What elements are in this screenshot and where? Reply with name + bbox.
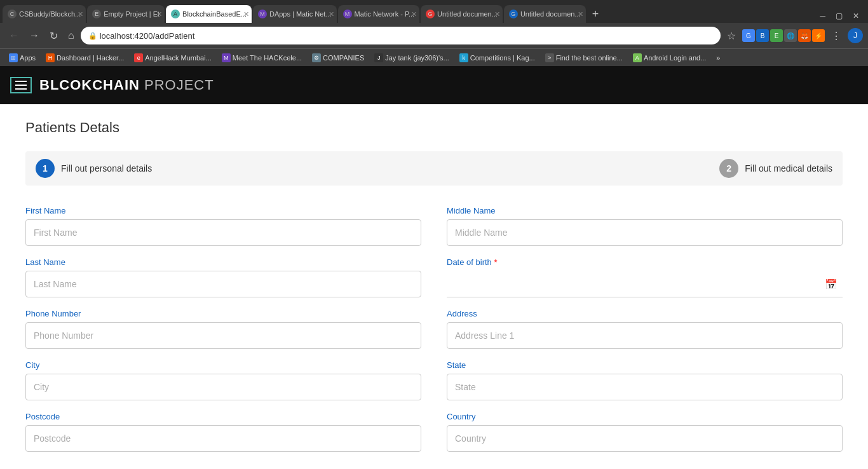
find-icon: > bbox=[545, 53, 554, 62]
tab-favicon: C bbox=[8, 10, 17, 18]
bookmark-companies[interactable]: ⚙ COMPANIES bbox=[308, 52, 368, 64]
form-left-col: First Name Last Name Phone Number City P… bbox=[25, 206, 421, 463]
address-text: localhost:4200/addPatient bbox=[100, 31, 195, 41]
state-input[interactable] bbox=[447, 374, 843, 400]
tab-close-icon[interactable]: ✕ bbox=[411, 10, 417, 18]
new-tab-button[interactable]: + bbox=[587, 5, 604, 23]
last-name-group: Last Name bbox=[25, 257, 421, 297]
postcode-input[interactable] bbox=[25, 425, 421, 452]
competitions-icon: k bbox=[459, 53, 468, 62]
bookmark-star-button[interactable]: ☆ bbox=[723, 27, 740, 44]
last-name-label: Last Name bbox=[25, 257, 421, 267]
tab-label: Untitled documen... bbox=[437, 10, 498, 18]
phone-number-input[interactable] bbox=[25, 322, 421, 349]
tab-close-icon[interactable]: ✕ bbox=[494, 10, 500, 18]
bookmarks-overflow[interactable]: » bbox=[712, 53, 724, 63]
tab-label: Empty Project | Et bbox=[104, 10, 159, 18]
jay-icon: J bbox=[374, 53, 383, 62]
country-input[interactable] bbox=[447, 425, 843, 452]
bookmark-find-online[interactable]: > Find the best online... bbox=[541, 52, 627, 64]
minimize-button[interactable]: ─ bbox=[816, 9, 829, 23]
bookmark-meet-label: Meet The HACKcele... bbox=[233, 54, 302, 62]
tab-untitled1[interactable]: G Untitled documen... ✕ bbox=[421, 5, 503, 23]
tab-dapps[interactable]: M DApps | Matic Net... ✕ bbox=[253, 5, 337, 23]
bookmark-dashboard[interactable]: H Dashboard | Hacker... bbox=[42, 52, 128, 64]
ext-google-icon[interactable]: G bbox=[742, 29, 755, 42]
refresh-button[interactable]: ↻ bbox=[46, 27, 62, 44]
bookmark-dashboard-label: Dashboard | Hacker... bbox=[57, 54, 124, 62]
apps-icon: ⊞ bbox=[9, 53, 18, 62]
close-button[interactable]: ✕ bbox=[849, 9, 863, 23]
dob-input-wrapper: 📅 bbox=[447, 271, 843, 297]
tab-label: BlockchainBasedE... bbox=[182, 10, 247, 18]
form-right-col: Middle Name Date of birth 📅 Address Stat… bbox=[447, 206, 843, 463]
tab-untitled2[interactable]: G Untitled documen... ✕ bbox=[504, 5, 586, 23]
tab-close-icon[interactable]: ✕ bbox=[243, 10, 249, 18]
tab-close-icon[interactable]: ✕ bbox=[329, 10, 334, 18]
bookmark-companies-label: COMPANIES bbox=[323, 54, 364, 62]
menu-button[interactable]: ⋮ bbox=[827, 27, 845, 44]
tab-close-icon[interactable]: ✕ bbox=[156, 10, 162, 18]
bookmark-angelhack-label: AngelHack Mumbai... bbox=[145, 54, 212, 62]
bookmark-meet[interactable]: M Meet The HACKcele... bbox=[218, 52, 306, 64]
forward-button[interactable]: → bbox=[25, 27, 43, 44]
bookmark-angelhack[interactable]: e AngelHack Mumbai... bbox=[130, 52, 215, 64]
address-input[interactable] bbox=[447, 322, 843, 349]
middle-name-input[interactable] bbox=[447, 219, 843, 246]
bookmark-apps[interactable]: ⊞ Apps bbox=[5, 52, 39, 64]
tab-csbuddy[interactable]: C CSBuddy/Blockch... ✕ bbox=[3, 5, 86, 23]
city-input[interactable] bbox=[25, 374, 421, 400]
bookmark-jay-label: Jay tank (jay306)'s... bbox=[385, 54, 449, 62]
home-button[interactable]: ⌂ bbox=[64, 27, 78, 44]
tab-matic[interactable]: M Matic Network - P... ✕ bbox=[338, 5, 420, 23]
first-name-input[interactable] bbox=[25, 219, 421, 246]
address-group: Address bbox=[447, 309, 843, 349]
bookmarks-bar: ⊞ Apps H Dashboard | Hacker... e AngelHa… bbox=[0, 48, 868, 66]
address-bar[interactable]: 🔒 localhost:4200/addPatient bbox=[81, 27, 721, 44]
calendar-icon[interactable]: 📅 bbox=[825, 278, 837, 290]
tab-favicon: E bbox=[92, 10, 101, 18]
step-1-label: Fill out personal details bbox=[61, 163, 152, 173]
browser-nav: ← → ↻ ⌂ 🔒 localhost:4200/addPatient ☆ G … bbox=[0, 23, 868, 48]
tab-favicon: G bbox=[426, 10, 435, 18]
dashboard-icon: H bbox=[46, 53, 55, 62]
bookmark-jay[interactable]: J Jay tank (jay306)'s... bbox=[370, 52, 453, 64]
tab-empty-project[interactable]: E Empty Project | Et ✕ bbox=[87, 5, 165, 23]
dob-label: Date of birth bbox=[447, 257, 843, 267]
bookmark-competitions[interactable]: k Competitions | Kag... bbox=[456, 52, 539, 64]
ext-orange-icon[interactable]: ⚡ bbox=[812, 29, 825, 42]
ext-blue-icon[interactable]: B bbox=[756, 29, 769, 42]
hamburger-menu[interactable] bbox=[10, 77, 32, 93]
companies-icon: ⚙ bbox=[312, 53, 321, 62]
country-label: Country bbox=[447, 412, 843, 421]
tab-favicon: A bbox=[171, 10, 180, 18]
page-title: Patients Detals bbox=[25, 119, 843, 136]
page-content: Patients Detals 1 Fill out personal deta… bbox=[0, 104, 868, 469]
maximize-button[interactable]: ▢ bbox=[832, 9, 846, 23]
postcode-label: Postcode bbox=[25, 412, 421, 421]
bookmark-android[interactable]: A Android Login and... bbox=[629, 52, 710, 64]
back-button[interactable]: ← bbox=[5, 27, 23, 44]
dob-group: Date of birth 📅 bbox=[447, 257, 843, 297]
tab-close-icon[interactable]: ✕ bbox=[578, 10, 583, 18]
steps-bar: 1 Fill out personal details 2 Fill out m… bbox=[25, 151, 843, 186]
browser-window: C CSBuddy/Blockch... ✕ E Empty Project |… bbox=[0, 0, 868, 469]
app-title-main: BLCOKCHAIN bbox=[39, 77, 140, 93]
lock-icon: 🔒 bbox=[88, 32, 97, 40]
ext-dark-icon[interactable]: 🌐 bbox=[784, 29, 797, 42]
step-1-number: 1 bbox=[36, 159, 55, 178]
ext-green-icon[interactable]: E bbox=[770, 29, 783, 42]
last-name-input[interactable] bbox=[25, 271, 421, 297]
dob-input[interactable] bbox=[447, 271, 843, 297]
tab-label: CSBuddy/Blockch... bbox=[19, 10, 81, 18]
tab-close-icon[interactable]: ✕ bbox=[78, 10, 83, 18]
tab-blockchain[interactable]: A BlockchainBasedE... ✕ bbox=[166, 5, 252, 23]
phone-number-group: Phone Number bbox=[25, 309, 421, 349]
step-2: 2 Fill out medical details bbox=[434, 159, 832, 178]
ext-fox-icon[interactable]: 🦊 bbox=[798, 29, 811, 42]
step-1: 1 Fill out personal details bbox=[36, 159, 434, 178]
profile-avatar[interactable]: J bbox=[848, 28, 863, 43]
city-label: City bbox=[25, 360, 421, 370]
middle-name-label: Middle Name bbox=[447, 206, 843, 215]
tab-label: DApps | Matic Net... bbox=[269, 10, 332, 18]
